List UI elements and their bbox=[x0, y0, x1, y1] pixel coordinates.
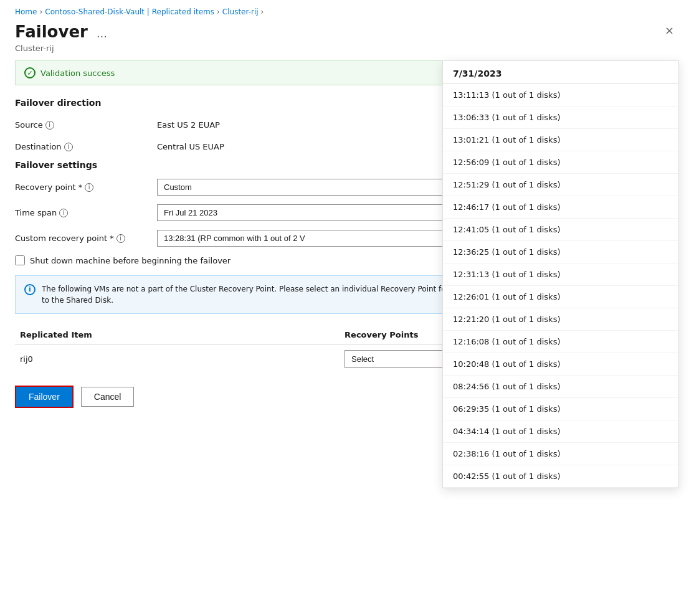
dropdown-outer: 7/31/2023 13:11:13 (1 out of 1 disks)13:… bbox=[670, 60, 679, 373]
close-button[interactable]: × bbox=[660, 22, 679, 39]
dropdown-item[interactable]: 12:31:13 (1 out of 1 disks) bbox=[443, 263, 678, 286]
breadcrumb: Home › Contoso-Shared-Disk-Vault | Repli… bbox=[0, 0, 694, 20]
header-left: Failover ... bbox=[15, 22, 111, 41]
dropdown-item[interactable]: 12:26:01 (1 out of 1 disks) bbox=[443, 286, 678, 308]
dropdown-item[interactable]: 12:51:29 (1 out of 1 disks) bbox=[443, 174, 678, 196]
failover-button[interactable]: Failover bbox=[15, 386, 74, 408]
check-icon bbox=[24, 67, 36, 78]
dropdown-item[interactable]: 04:34:14 (1 out of 1 disks) bbox=[443, 420, 678, 443]
shutdown-checkbox[interactable] bbox=[15, 255, 25, 265]
dropdown-item[interactable]: 12:21:20 (1 out of 1 disks) bbox=[443, 308, 678, 331]
dropdown-item[interactable]: 13:11:13 (1 out of 1 disks) bbox=[443, 84, 678, 107]
dropdown-panel: 7/31/2023 13:11:13 (1 out of 1 disks)13:… bbox=[442, 60, 679, 488]
validation-message: Validation success bbox=[40, 69, 115, 78]
dropdown-item[interactable]: 13:01:21 (1 out of 1 disks) bbox=[443, 129, 678, 151]
dropdown-item[interactable]: 10:20:48 (1 out of 1 disks) bbox=[443, 353, 678, 376]
dropdown-item[interactable]: 12:41:05 (1 out of 1 disks) bbox=[443, 219, 678, 241]
dropdown-item[interactable]: 00:42:55 (1 out of 1 disks) bbox=[443, 465, 678, 488]
breadcrumb-vault[interactable]: Contoso-Shared-Disk-Vault | Replicated i… bbox=[45, 7, 214, 16]
recovery-point-info-icon[interactable]: i bbox=[85, 183, 93, 192]
cancel-button[interactable]: Cancel bbox=[81, 387, 135, 407]
breadcrumb-home[interactable]: Home bbox=[15, 7, 37, 16]
dropdown-item[interactable]: 06:29:35 (1 out of 1 disks) bbox=[443, 398, 678, 420]
dropdown-list[interactable]: 13:11:13 (1 out of 1 disks)13:06:33 (1 o… bbox=[443, 84, 678, 488]
dropdown-item[interactable]: 12:36:25 (1 out of 1 disks) bbox=[443, 241, 678, 263]
subtitle: Cluster-rij bbox=[0, 44, 694, 60]
dropdown-item[interactable]: 13:06:33 (1 out of 1 disks) bbox=[443, 107, 678, 129]
table-cell-item: rij0 bbox=[15, 345, 340, 374]
page-title: Failover bbox=[15, 22, 88, 41]
recovery-point-label: Recovery point * i bbox=[15, 179, 152, 192]
time-span-label: Time span i bbox=[15, 204, 152, 217]
dropdown-item[interactable]: 02:38:16 (1 out of 1 disks) bbox=[443, 443, 678, 465]
dropdown-item[interactable]: 12:46:17 (1 out of 1 disks) bbox=[443, 196, 678, 219]
page-container: Home › Contoso-Shared-Disk-Vault | Repli… bbox=[0, 0, 694, 616]
time-span-info-icon[interactable]: i bbox=[59, 209, 68, 217]
dropdown-item[interactable]: 12:56:09 (1 out of 1 disks) bbox=[443, 151, 678, 174]
custom-recovery-info-icon[interactable]: i bbox=[116, 234, 125, 243]
info-circle-icon: i bbox=[24, 284, 36, 295]
breadcrumb-cluster[interactable]: Cluster-rij bbox=[222, 7, 259, 16]
more-button[interactable]: ... bbox=[93, 27, 111, 40]
destination-label: Destination i bbox=[15, 138, 152, 151]
col-replicated-item: Replicated Item bbox=[15, 326, 340, 345]
source-info-icon[interactable]: i bbox=[45, 121, 54, 130]
header-row: Failover ... × bbox=[0, 20, 694, 44]
dropdown-date-header: 7/31/2023 bbox=[443, 61, 678, 84]
custom-recovery-label: Custom recovery point * i bbox=[15, 230, 152, 243]
source-label: Source i bbox=[15, 116, 152, 130]
shutdown-label[interactable]: Shut down machine before beginning the f… bbox=[30, 256, 231, 265]
dropdown-item[interactable]: 08:24:56 (1 out of 1 disks) bbox=[443, 376, 678, 398]
dropdown-item[interactable]: 12:16:08 (1 out of 1 disks) bbox=[443, 331, 678, 353]
main-layout: Validation success Failover direction So… bbox=[0, 60, 694, 373]
destination-info-icon[interactable]: i bbox=[64, 143, 73, 151]
